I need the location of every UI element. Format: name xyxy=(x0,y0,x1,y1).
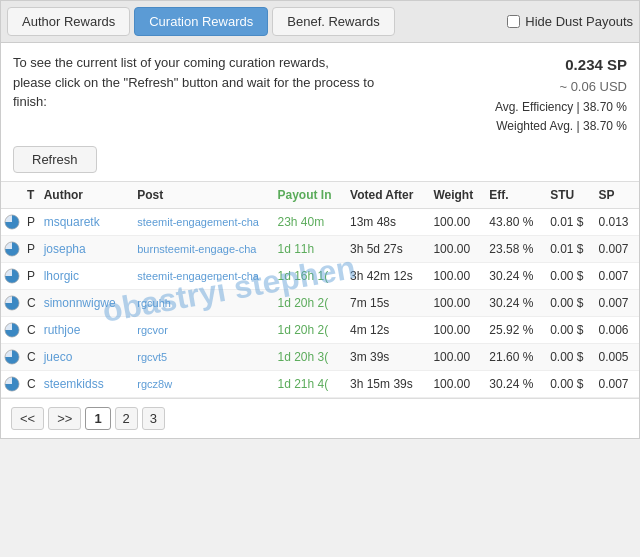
cell-type: C xyxy=(23,317,40,344)
weighted-avg: Weighted Avg. | 38.70 % xyxy=(495,117,627,136)
cell-post: steemit-engagement-cha xyxy=(133,209,273,236)
table-row: P lhorgic steemit-engagement-cha 1d 16h … xyxy=(1,263,639,290)
author-link[interactable]: msquaretk xyxy=(44,215,100,229)
cell-author: steemkidss xyxy=(40,371,134,398)
cell-post: steemit-engagement-cha xyxy=(133,263,273,290)
cell-sp: 0.007 xyxy=(594,236,639,263)
cell-stu: 0.00 $ xyxy=(546,263,594,290)
cell-payout-in: 1d 16h 1( xyxy=(274,263,347,290)
cell-type: P xyxy=(23,209,40,236)
cell-author: jueco xyxy=(40,344,134,371)
cell-weight: 100.00 xyxy=(429,209,485,236)
author-link[interactable]: ruthjoe xyxy=(44,323,81,337)
tab-beneficiary[interactable]: Benef. Rewards xyxy=(272,7,395,36)
cell-eff: 30.24 % xyxy=(485,290,546,317)
prev-button[interactable]: << xyxy=(11,407,44,430)
cell-sp: 0.005 xyxy=(594,344,639,371)
cell-payout-in: 23h 40m xyxy=(274,209,347,236)
cell-payout-in: 1d 20h 2( xyxy=(274,290,347,317)
cell-weight: 100.00 xyxy=(429,317,485,344)
cell-eff: 43.80 % xyxy=(485,209,546,236)
col-weight: Weight xyxy=(429,182,485,209)
hide-dust-checkbox[interactable] xyxy=(507,15,520,28)
author-link[interactable]: simonnwigwe xyxy=(44,296,116,310)
author-link[interactable]: jueco xyxy=(44,350,73,364)
post-link[interactable]: rgcvor xyxy=(137,324,267,336)
author-link[interactable]: steemkidss xyxy=(44,377,104,391)
table-body: P msquaretk steemit-engagement-cha 23h 4… xyxy=(1,209,639,398)
table-row: C jueco rgcvt5 1d 20h 3( 3m 39s 100.00 2… xyxy=(1,344,639,371)
cell-pie xyxy=(1,236,23,263)
cell-pie xyxy=(1,371,23,398)
cell-stu: 0.01 $ xyxy=(546,236,594,263)
info-section: To see the current list of your coming c… xyxy=(1,43,639,142)
cell-voted-after: 3h 5d 27s xyxy=(346,236,429,263)
main-container: Author Rewards Curation Rewards Benef. R… xyxy=(0,0,640,439)
cell-weight: 100.00 xyxy=(429,236,485,263)
post-link[interactable]: burnsteemit-engage-cha xyxy=(137,243,267,255)
cell-stu: 0.00 $ xyxy=(546,317,594,344)
page-1-button[interactable]: 1 xyxy=(85,407,110,430)
col-post: Post xyxy=(133,182,273,209)
cell-pie xyxy=(1,290,23,317)
hide-dust-label[interactable]: Hide Dust Payouts xyxy=(525,14,633,29)
cell-voted-after: 13m 48s xyxy=(346,209,429,236)
cell-stu: 0.00 $ xyxy=(546,290,594,317)
cell-eff: 30.24 % xyxy=(485,263,546,290)
cell-type: P xyxy=(23,236,40,263)
cell-stu: 0.01 $ xyxy=(546,209,594,236)
post-link[interactable]: steemit-engagement-cha xyxy=(137,270,267,282)
cell-weight: 100.00 xyxy=(429,344,485,371)
refresh-row: Refresh xyxy=(1,142,639,181)
cell-payout-in: 1d 20h 2( xyxy=(274,317,347,344)
cell-sp: 0.007 xyxy=(594,263,639,290)
post-link[interactable]: rgcuhh xyxy=(137,297,267,309)
cell-author: josepha xyxy=(40,236,134,263)
page-2-button[interactable]: 2 xyxy=(115,407,138,430)
cell-voted-after: 4m 12s xyxy=(346,317,429,344)
col-voted-after: Voted After xyxy=(346,182,429,209)
refresh-button[interactable]: Refresh xyxy=(13,146,97,173)
post-link[interactable]: rgcz8w xyxy=(137,378,267,390)
author-link[interactable]: josepha xyxy=(44,242,86,256)
cell-voted-after: 3m 39s xyxy=(346,344,429,371)
next-button[interactable]: >> xyxy=(48,407,81,430)
sp-value: 0.234 SP xyxy=(495,53,627,77)
col-payout-in: Payout In xyxy=(274,182,347,209)
hide-dust-option: Hide Dust Payouts xyxy=(507,14,633,29)
info-text: To see the current list of your coming c… xyxy=(13,53,393,112)
cell-post: rgcz8w xyxy=(133,371,273,398)
table-row: P josepha burnsteemit-engage-cha 1d 11h … xyxy=(1,236,639,263)
cell-author: lhorgic xyxy=(40,263,134,290)
tab-bar: Author Rewards Curation Rewards Benef. R… xyxy=(1,1,639,43)
cell-eff: 21.60 % xyxy=(485,344,546,371)
cell-payout-in: 1d 11h xyxy=(274,236,347,263)
table-header-row: T Author Post Payout In Voted After Weig… xyxy=(1,182,639,209)
cell-type: C xyxy=(23,344,40,371)
cell-stu: 0.00 $ xyxy=(546,344,594,371)
table-row: C steemkidss rgcz8w 1d 21h 4( 3h 15m 39s… xyxy=(1,371,639,398)
col-eff: Eff. xyxy=(485,182,546,209)
cell-pie xyxy=(1,263,23,290)
tab-author[interactable]: Author Rewards xyxy=(7,7,130,36)
cell-type: C xyxy=(23,371,40,398)
tab-curation[interactable]: Curation Rewards xyxy=(134,7,268,36)
cell-post: rgcvt5 xyxy=(133,344,273,371)
table-row: C ruthjoe rgcvor 1d 20h 2( 4m 12s 100.00… xyxy=(1,317,639,344)
cell-sp: 0.013 xyxy=(594,209,639,236)
post-link[interactable]: rgcvt5 xyxy=(137,351,267,363)
author-link[interactable]: lhorgic xyxy=(44,269,79,283)
cell-author: ruthjoe xyxy=(40,317,134,344)
cell-sp: 0.006 xyxy=(594,317,639,344)
table-row: C simonnwigwe rgcuhh 1d 20h 2( 7m 15s 10… xyxy=(1,290,639,317)
cell-voted-after: 3h 15m 39s xyxy=(346,371,429,398)
cell-eff: 30.24 % xyxy=(485,371,546,398)
col-sp: SP xyxy=(594,182,639,209)
pagination: << >> 1 2 3 xyxy=(1,398,639,438)
cell-payout-in: 1d 21h 4( xyxy=(274,371,347,398)
cell-weight: 100.00 xyxy=(429,371,485,398)
post-link[interactable]: steemit-engagement-cha xyxy=(137,216,267,228)
cell-voted-after: 7m 15s xyxy=(346,290,429,317)
col-pie xyxy=(1,182,23,209)
page-3-button[interactable]: 3 xyxy=(142,407,165,430)
